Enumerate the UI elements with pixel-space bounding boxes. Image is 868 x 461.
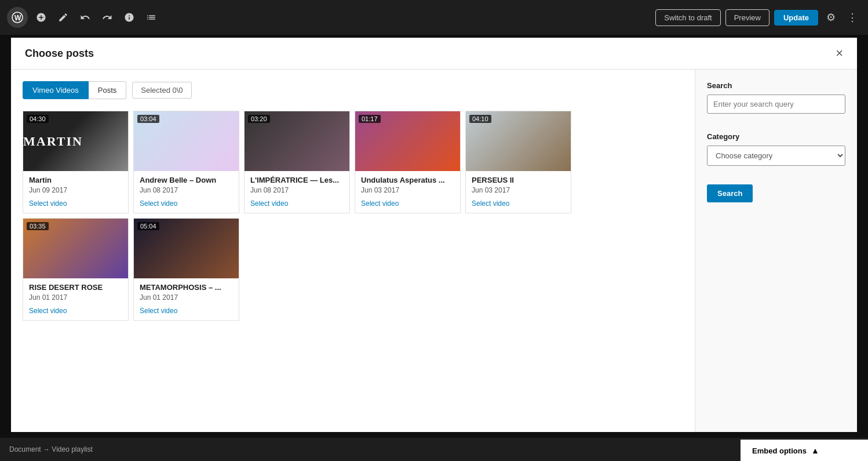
thumb-text-martin: MARTIN (23, 134, 83, 148)
preview-button[interactable]: Preview (725, 9, 769, 26)
select-video-perseus[interactable]: Select video (472, 199, 509, 208)
video-duration-undulatus: 01:17 (359, 115, 381, 123)
modal-overlay: Choose posts × Vimeo Videos Posts Select… (0, 35, 868, 438)
tab-vimeo-videos[interactable]: Vimeo Videos (23, 81, 89, 99)
video-info-imperatrice: L'IMPÉRATRICE — Les... Jun 08 2017 Selec… (245, 171, 349, 213)
video-duration-imperatrice: 03:20 (248, 115, 270, 123)
video-thumbnail-metamorphosis: 05:04 (134, 219, 239, 278)
video-thumbnail-andrew-belle: 03:04 (134, 111, 239, 171)
embed-options-label: Embed options (752, 447, 807, 455)
video-info-martin: Martin Jun 09 2017 Select video (23, 171, 128, 213)
toolbar-right: Switch to draft Preview Update ⚙ ⋮ (655, 8, 861, 27)
video-date-metamorphosis: Jun 01 2017 (140, 293, 233, 302)
search-input[interactable] (707, 95, 845, 114)
video-duration-andrew-belle: 03:04 (137, 115, 159, 123)
add-block-button[interactable] (32, 9, 50, 26)
video-date-undulatus: Jun 03 2017 (361, 186, 454, 194)
video-duration-rise-desert-rose: 03:35 (27, 222, 49, 230)
modal-title: Choose posts (25, 48, 94, 60)
tab-posts[interactable]: Posts (89, 81, 127, 99)
video-info-andrew-belle: Andrew Belle – Down Jun 08 2017 Select v… (134, 171, 239, 213)
video-title-undulatus: Undulatus Asperatus ... (361, 176, 454, 184)
settings-button[interactable]: ⚙ (823, 8, 839, 27)
search-label: Search (707, 81, 845, 90)
video-card-undulatus: 01:17 Undulatus Asperatus ... Jun 03 201… (355, 111, 461, 213)
modal-main-content: Vimeo Videos Posts Selected 0\0 MARTIN 0… (11, 70, 695, 432)
video-duration-perseus: 04:10 (469, 115, 491, 123)
video-thumbnail-martin: MARTIN 04:30 (23, 111, 128, 171)
more-options-button[interactable]: ⋮ (844, 8, 861, 27)
select-video-undulatus[interactable]: Select video (361, 199, 399, 208)
search-section: Search (707, 81, 845, 123)
update-button[interactable]: Update (774, 10, 818, 26)
select-video-martin[interactable]: Select video (29, 199, 67, 208)
video-title-andrew-belle: Andrew Belle – Down (140, 176, 233, 184)
category-select[interactable]: Choose category (707, 146, 845, 166)
video-card-andrew-belle: 03:04 Andrew Belle – Down Jun 08 2017 Se… (133, 111, 239, 213)
select-video-andrew-belle[interactable]: Select video (140, 199, 177, 208)
modal-close-button[interactable]: × (836, 47, 843, 60)
selected-count-button[interactable]: Selected 0\0 (132, 82, 191, 99)
modal-body: Vimeo Videos Posts Selected 0\0 MARTIN 0… (11, 70, 857, 432)
redo-button[interactable] (99, 9, 116, 26)
choose-posts-modal: Choose posts × Vimeo Videos Posts Select… (11, 38, 857, 432)
embed-options-chevron-up-icon[interactable]: ▲ (811, 446, 819, 455)
edit-button[interactable] (54, 9, 72, 26)
video-date-perseus: Jun 03 2017 (472, 186, 565, 194)
video-info-rise-desert-rose: RISE DESERT ROSE Jun 01 2017 Select vide… (23, 278, 128, 320)
video-date-imperatrice: Jun 08 2017 (250, 186, 344, 194)
video-card-imperatrice: 03:20 L'IMPÉRATRICE — Les... Jun 08 2017… (244, 111, 350, 213)
video-duration-metamorphosis: 05:04 (137, 222, 159, 230)
switch-to-draft-button[interactable]: Switch to draft (655, 9, 720, 26)
embed-options-bar: Embed options ▲ (741, 440, 868, 461)
video-title-metamorphosis: METAMORPHOSIS – ... (140, 283, 233, 292)
select-video-rise-desert-rose[interactable]: Select video (29, 307, 67, 315)
video-thumbnail-undulatus: 01:17 (355, 111, 460, 171)
video-date-rise-desert-rose: Jun 01 2017 (29, 293, 122, 302)
video-thumbnail-perseus: 04:10 (466, 111, 571, 171)
video-title-rise-desert-rose: RISE DESERT ROSE (29, 283, 122, 292)
video-info-undulatus: Undulatus Asperatus ... Jun 03 2017 Sele… (355, 171, 460, 213)
modal-header: Choose posts × (11, 38, 857, 70)
wp-logo: W (7, 7, 28, 28)
breadcrumb: Document → Video playlist (9, 445, 93, 453)
undo-button[interactable] (76, 9, 94, 26)
info-button[interactable] (121, 9, 138, 26)
video-title-martin: Martin (29, 176, 122, 184)
modal-sidebar: Search Category Choose category Search (695, 70, 857, 432)
toolbar: W Switch to draft Preview Update ⚙ ⋮ (0, 0, 868, 35)
video-card-perseus: 04:10 PERSEUS II Jun 03 2017 Select vide… (465, 111, 571, 213)
video-card-martin: MARTIN 04:30 Martin Jun 09 2017 Select v… (23, 111, 129, 213)
video-duration-martin: 04:30 (27, 115, 49, 123)
video-thumbnail-rise-desert-rose: 03:35 (23, 219, 128, 278)
video-title-imperatrice: L'IMPÉRATRICE — Les... (250, 176, 344, 184)
video-title-perseus: PERSEUS II (472, 176, 565, 184)
list-view-button[interactable] (143, 9, 160, 26)
video-grid: MARTIN 04:30 Martin Jun 09 2017 Select v… (23, 111, 683, 325)
video-date-martin: Jun 09 2017 (29, 186, 122, 194)
tabs-bar: Vimeo Videos Posts Selected 0\0 (23, 81, 683, 99)
bottom-bar: Document → Video playlist Embed options … (0, 438, 868, 461)
video-thumbnail-imperatrice: 03:20 (245, 111, 349, 171)
video-date-andrew-belle: Jun 08 2017 (140, 186, 233, 194)
search-button[interactable]: Search (707, 184, 753, 202)
svg-text:W: W (14, 14, 21, 22)
category-section: Category Choose category (707, 132, 845, 175)
video-card-rise-desert-rose: 03:35 RISE DESERT ROSE Jun 01 2017 Selec… (23, 218, 129, 321)
video-info-metamorphosis: METAMORPHOSIS – ... Jun 01 2017 Select v… (134, 278, 239, 320)
category-label: Category (707, 132, 845, 141)
select-video-metamorphosis[interactable]: Select video (140, 307, 177, 315)
video-card-metamorphosis: 05:04 METAMORPHOSIS – ... Jun 01 2017 Se… (133, 218, 239, 321)
video-info-perseus: PERSEUS II Jun 03 2017 Select video (466, 171, 571, 213)
select-video-imperatrice[interactable]: Select video (250, 199, 288, 208)
